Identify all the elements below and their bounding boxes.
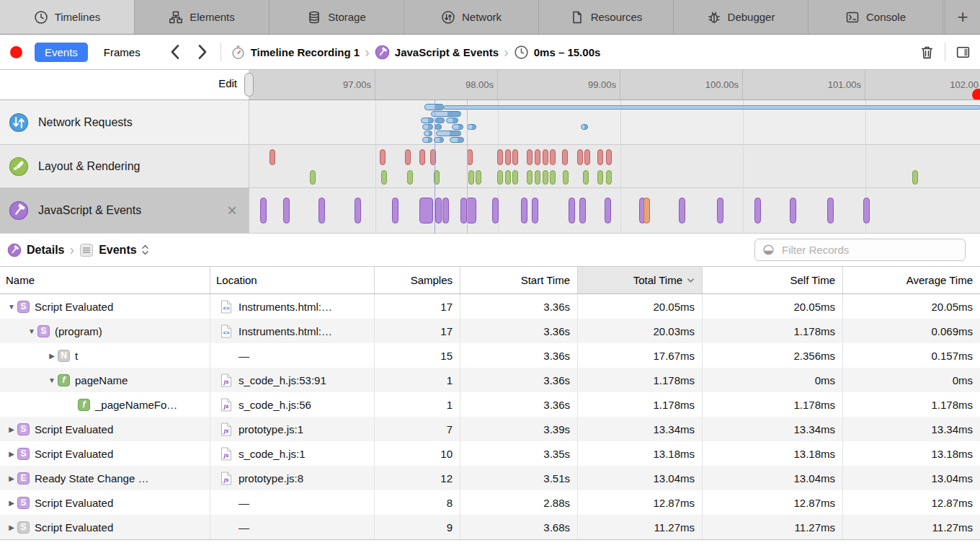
- edit-button[interactable]: Edit: [218, 77, 237, 89]
- paint-event-bar[interactable]: [543, 170, 548, 185]
- network-request-bar[interactable]: [436, 130, 461, 136]
- paint-event-bar[interactable]: [527, 170, 533, 185]
- network-request-bar[interactable]: [431, 111, 461, 117]
- paint-event-bar[interactable]: [512, 170, 518, 185]
- events-mode-button[interactable]: Events: [35, 43, 88, 62]
- paint-event-bar[interactable]: [381, 170, 387, 185]
- filter-records-input[interactable]: [780, 243, 965, 257]
- script-event-bar[interactable]: [643, 198, 650, 224]
- script-event-bar[interactable]: [827, 198, 834, 224]
- script-event-bar[interactable]: [605, 198, 611, 224]
- paint-event-bar[interactable]: [597, 170, 603, 185]
- layout-event-bar[interactable]: [543, 149, 548, 165]
- script-event-bar[interactable]: [435, 198, 442, 224]
- paint-event-bar[interactable]: [583, 170, 589, 185]
- layout-event-bar[interactable]: [584, 149, 590, 165]
- disclosure-triangle[interactable]: ▼: [46, 376, 58, 384]
- back-button[interactable]: [166, 43, 184, 61]
- table-row[interactable]: ▶Nt—153.36s17.67ms2.356ms0.157ms: [0, 343, 980, 368]
- network-request-bar[interactable]: [435, 118, 445, 123]
- layout-event-bar[interactable]: [467, 149, 473, 165]
- lane-row-layout-rendering[interactable]: Layout & Rendering: [0, 145, 249, 188]
- disclosure-triangle[interactable]: ▶: [6, 499, 17, 507]
- table-row[interactable]: ▼SScript Evaluated<>Instruments.html:…17…: [0, 294, 980, 319]
- timeline-ruler[interactable]: 97.00s98.00s99.00s100.00s101.00s102.00: [249, 70, 980, 100]
- network-request-bar[interactable]: [435, 124, 442, 130]
- frames-mode-button[interactable]: Frames: [97, 43, 148, 62]
- paint-event-bar[interactable]: [505, 170, 511, 185]
- add-tab-button[interactable]: +: [945, 0, 980, 34]
- layout-event-bar[interactable]: [380, 149, 386, 165]
- tab-timelines[interactable]: Timelines: [0, 0, 135, 34]
- script-event-bar[interactable]: [355, 198, 361, 224]
- breadcrumb-item-0ms-15-00s[interactable]: 0ms – 15.00s: [514, 45, 601, 60]
- details-label[interactable]: Details: [27, 244, 64, 257]
- disclosure-triangle[interactable]: ▶: [6, 425, 17, 433]
- column-header-total-time[interactable]: Total Time: [578, 267, 703, 293]
- column-header-average-time[interactable]: Average Time: [843, 267, 980, 293]
- paint-event-bar[interactable]: [535, 170, 540, 185]
- timeline-graph[interactable]: [249, 100, 980, 234]
- paint-event-bar[interactable]: [310, 170, 316, 185]
- breadcrumb-item-timeline-recording-1[interactable]: Timeline Recording 1: [231, 45, 360, 60]
- script-event-bar[interactable]: [419, 198, 433, 224]
- record-playhead-dot[interactable]: [972, 89, 980, 100]
- script-event-bar[interactable]: [392, 198, 398, 224]
- script-event-bar[interactable]: [283, 198, 290, 224]
- network-request-bar[interactable]: [467, 124, 476, 130]
- script-event-bar[interactable]: [442, 198, 449, 224]
- layout-event-bar[interactable]: [535, 149, 540, 165]
- table-row[interactable]: ▶SScript Evaluated—82.88s12.87ms12.87ms1…: [0, 490, 980, 515]
- table-row[interactable]: ▶SScript Evaluated—93.68s11.27ms11.27ms1…: [0, 515, 980, 539]
- view-mode-label[interactable]: Events: [99, 244, 136, 257]
- close-lane-icon[interactable]: ×: [227, 202, 237, 219]
- paint-event-bar[interactable]: [563, 170, 569, 185]
- forward-button[interactable]: [194, 43, 211, 61]
- column-header-name[interactable]: Name: [0, 267, 210, 293]
- disclosure-triangle[interactable]: ▶: [6, 523, 17, 531]
- paint-event-bar[interactable]: [407, 170, 413, 185]
- script-event-bar[interactable]: [679, 198, 685, 224]
- paint-event-bar[interactable]: [912, 170, 918, 185]
- script-event-bar[interactable]: [790, 198, 796, 224]
- layout-event-bar[interactable]: [562, 149, 568, 165]
- layout-event-bar[interactable]: [606, 149, 612, 165]
- script-event-bar[interactable]: [466, 198, 476, 224]
- lane-row-network-requests[interactable]: Network Requests: [0, 100, 249, 145]
- script-event-bar[interactable]: [532, 198, 538, 224]
- paint-event-bar[interactable]: [497, 170, 503, 185]
- tab-network[interactable]: Network: [404, 0, 539, 34]
- script-event-bar[interactable]: [863, 198, 870, 224]
- tab-elements[interactable]: Elements: [135, 0, 270, 34]
- network-request-bar[interactable]: [422, 137, 432, 143]
- tab-console[interactable]: Console: [808, 0, 943, 34]
- paint-event-bar[interactable]: [606, 170, 612, 185]
- layout-event-bar[interactable]: [419, 149, 425, 165]
- record-button[interactable]: [10, 46, 22, 58]
- table-row[interactable]: f_pageNameFo…jss_code_h.js:5613.36s1.178…: [0, 392, 980, 417]
- column-header-start-time[interactable]: Start Time: [460, 267, 578, 293]
- column-header-self-time[interactable]: Self Time: [703, 267, 843, 293]
- column-header-location[interactable]: Location: [210, 267, 375, 293]
- network-request-bar[interactable]: [421, 118, 434, 123]
- script-event-bar[interactable]: [318, 198, 325, 224]
- paint-event-bar[interactable]: [550, 170, 556, 185]
- script-event-bar[interactable]: [717, 198, 723, 224]
- tab-storage[interactable]: Storage: [270, 0, 404, 34]
- sidebar-toggle-icon[interactable]: [955, 44, 971, 61]
- ruler-resize-handle[interactable]: [244, 73, 254, 97]
- layout-event-bar[interactable]: [577, 149, 583, 165]
- paint-event-bar[interactable]: [468, 170, 474, 185]
- table-row[interactable]: ▶EReady State Change …jsprototype.js:812…: [0, 466, 980, 490]
- disclosure-triangle[interactable]: ▶: [6, 474, 17, 482]
- layout-event-bar[interactable]: [550, 149, 556, 165]
- script-event-bar[interactable]: [260, 198, 267, 224]
- disclosure-triangle[interactable]: ▶: [46, 352, 58, 360]
- layout-event-bar[interactable]: [497, 149, 503, 165]
- column-header-samples[interactable]: Samples: [375, 267, 460, 293]
- paint-event-bar[interactable]: [476, 170, 481, 185]
- script-event-bar[interactable]: [579, 198, 586, 224]
- tab-resources[interactable]: Resources: [539, 0, 674, 34]
- script-event-bar[interactable]: [754, 198, 761, 224]
- disclosure-triangle[interactable]: ▶: [6, 450, 17, 458]
